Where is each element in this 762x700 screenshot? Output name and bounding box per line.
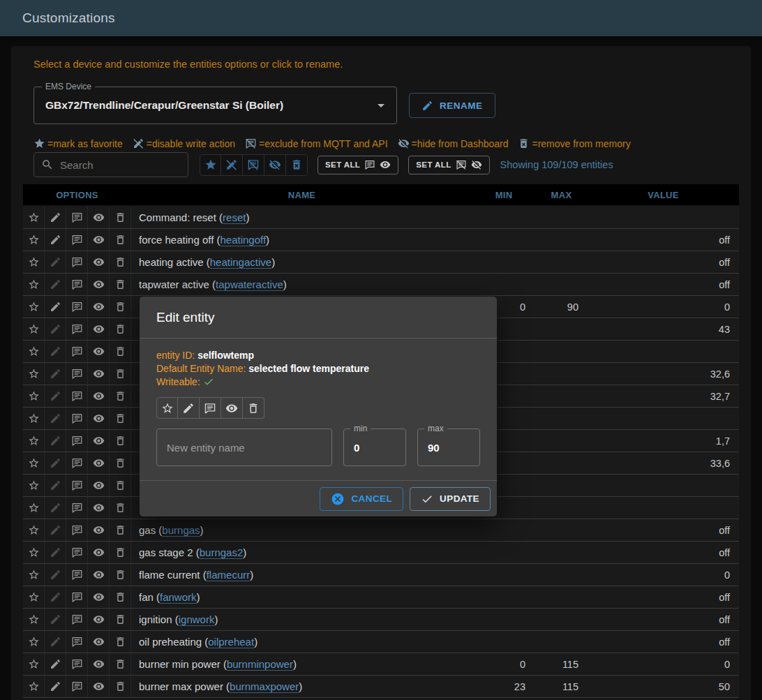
row-visible-button[interactable] bbox=[88, 385, 110, 407]
row-write-button[interactable] bbox=[45, 475, 66, 496]
filter-toggle-comment-off-icon[interactable] bbox=[243, 154, 264, 176]
entity-shortname-link[interactable]: flamecurr bbox=[207, 569, 251, 581]
ems-device-select[interactable]: EMS Device GBx72/Trendline/Cerapur/Green… bbox=[33, 87, 397, 124]
row-visible-button[interactable] bbox=[88, 318, 110, 340]
row-visible-button[interactable] bbox=[88, 586, 110, 608]
row-mqtt-button[interactable] bbox=[66, 497, 88, 519]
row-favorite-button[interactable] bbox=[23, 519, 45, 541]
min-field[interactable]: min bbox=[343, 429, 406, 466]
row-mqtt-button[interactable] bbox=[66, 542, 88, 563]
row-favorite-button[interactable] bbox=[23, 207, 45, 228]
row-mqtt-button[interactable] bbox=[66, 318, 88, 340]
row-visible-button[interactable] bbox=[88, 475, 110, 496]
row-write-button[interactable] bbox=[45, 497, 66, 519]
row-visible-button[interactable] bbox=[88, 363, 110, 385]
row-mqtt-button[interactable] bbox=[66, 475, 88, 496]
row-mqtt-button[interactable] bbox=[66, 609, 88, 630]
row-write-button[interactable] bbox=[45, 296, 66, 318]
entity-shortname-link[interactable]: burngas bbox=[162, 524, 200, 536]
row-write-button[interactable] bbox=[45, 251, 66, 273]
row-favorite-button[interactable] bbox=[23, 676, 45, 697]
entity-shortname-link[interactable]: fanwork bbox=[160, 591, 197, 603]
row-mqtt-button[interactable] bbox=[66, 341, 88, 362]
row-mqtt-button[interactable] bbox=[66, 385, 88, 407]
row-write-button[interactable] bbox=[45, 609, 66, 630]
row-mqtt-button[interactable] bbox=[66, 586, 88, 608]
row-write-button[interactable] bbox=[45, 519, 66, 541]
new-entity-name-field[interactable] bbox=[156, 429, 332, 466]
min-input[interactable] bbox=[354, 442, 396, 454]
row-write-button[interactable] bbox=[45, 229, 66, 251]
row-write-button[interactable] bbox=[45, 676, 66, 697]
filter-toggle-edit-off-icon[interactable] bbox=[221, 154, 243, 176]
entity-shortname-link[interactable]: heatingoff bbox=[220, 234, 266, 246]
row-visible-button[interactable] bbox=[88, 207, 110, 228]
row-visible-button[interactable] bbox=[88, 497, 110, 519]
row-favorite-button[interactable] bbox=[23, 251, 45, 273]
new-entity-name-input[interactable] bbox=[167, 442, 322, 454]
row-visible-button[interactable] bbox=[88, 430, 110, 452]
row-mqtt-button[interactable] bbox=[66, 251, 88, 273]
row-visible-button[interactable] bbox=[88, 564, 110, 586]
row-remove-button[interactable] bbox=[110, 542, 131, 563]
set-all-button-1[interactable]: SET ALL bbox=[318, 156, 398, 174]
row-write-button[interactable] bbox=[45, 631, 66, 653]
row-write-button[interactable] bbox=[45, 341, 66, 362]
row-mqtt-button[interactable] bbox=[66, 207, 88, 228]
row-visible-button[interactable] bbox=[88, 519, 110, 541]
row-remove-button[interactable] bbox=[110, 631, 131, 653]
row-visible-button[interactable] bbox=[88, 609, 110, 630]
filter-toggle-delete-forever-icon[interactable] bbox=[286, 154, 308, 176]
row-mqtt-button[interactable] bbox=[66, 229, 88, 251]
row-visible-button[interactable] bbox=[88, 631, 110, 653]
entity-shortname-link[interactable]: burnminpower bbox=[227, 658, 293, 670]
row-visible-button[interactable] bbox=[88, 452, 110, 474]
row-favorite-button[interactable] bbox=[23, 229, 45, 251]
row-write-button[interactable] bbox=[45, 363, 66, 385]
row-remove-button[interactable] bbox=[110, 363, 131, 385]
row-favorite-button[interactable] bbox=[23, 452, 45, 474]
row-visible-button[interactable] bbox=[88, 676, 110, 697]
row-write-button[interactable] bbox=[45, 653, 66, 675]
row-favorite-button[interactable] bbox=[23, 609, 45, 630]
row-visible-button[interactable] bbox=[88, 341, 110, 362]
row-remove-button[interactable] bbox=[110, 318, 131, 340]
dialog-toggle-star-border-icon[interactable] bbox=[156, 397, 178, 419]
dialog-toggle-comment-icon[interactable] bbox=[200, 397, 221, 419]
row-remove-button[interactable] bbox=[110, 296, 131, 318]
row-favorite-button[interactable] bbox=[23, 341, 45, 362]
row-visible-button[interactable] bbox=[88, 229, 110, 251]
row-favorite-button[interactable] bbox=[23, 564, 45, 586]
row-remove-button[interactable] bbox=[110, 229, 131, 251]
row-write-button[interactable] bbox=[45, 318, 66, 340]
row-visible-button[interactable] bbox=[88, 251, 110, 273]
row-write-button[interactable] bbox=[45, 586, 66, 608]
row-visible-button[interactable] bbox=[88, 408, 110, 429]
row-favorite-button[interactable] bbox=[23, 296, 45, 318]
entity-shortname-link[interactable]: ignwork bbox=[179, 613, 215, 625]
row-favorite-button[interactable] bbox=[23, 475, 45, 496]
row-mqtt-button[interactable] bbox=[66, 274, 88, 295]
update-button[interactable]: UPDATE bbox=[410, 487, 491, 511]
search-input[interactable] bbox=[60, 159, 172, 171]
row-favorite-button[interactable] bbox=[23, 542, 45, 563]
row-remove-button[interactable] bbox=[110, 609, 131, 630]
row-visible-button[interactable] bbox=[88, 542, 110, 563]
entity-shortname-link[interactable]: tapwateractive bbox=[216, 278, 283, 290]
row-visible-button[interactable] bbox=[88, 296, 110, 318]
row-remove-button[interactable] bbox=[110, 653, 131, 675]
row-mqtt-button[interactable] bbox=[66, 296, 88, 318]
entity-shortname-link[interactable]: reset bbox=[223, 211, 246, 223]
row-remove-button[interactable] bbox=[110, 452, 131, 474]
row-mqtt-button[interactable] bbox=[66, 363, 88, 385]
set-all-button-2[interactable]: SET ALL bbox=[408, 156, 489, 174]
row-remove-button[interactable] bbox=[110, 676, 131, 697]
row-write-button[interactable] bbox=[45, 564, 66, 586]
row-mqtt-button[interactable] bbox=[66, 519, 88, 541]
row-remove-button[interactable] bbox=[110, 564, 131, 586]
row-favorite-button[interactable] bbox=[23, 274, 45, 295]
dialog-toggle-delete-icon[interactable] bbox=[243, 397, 264, 419]
row-write-button[interactable] bbox=[45, 542, 66, 563]
row-mqtt-button[interactable] bbox=[66, 430, 88, 452]
row-mqtt-button[interactable] bbox=[66, 653, 88, 675]
